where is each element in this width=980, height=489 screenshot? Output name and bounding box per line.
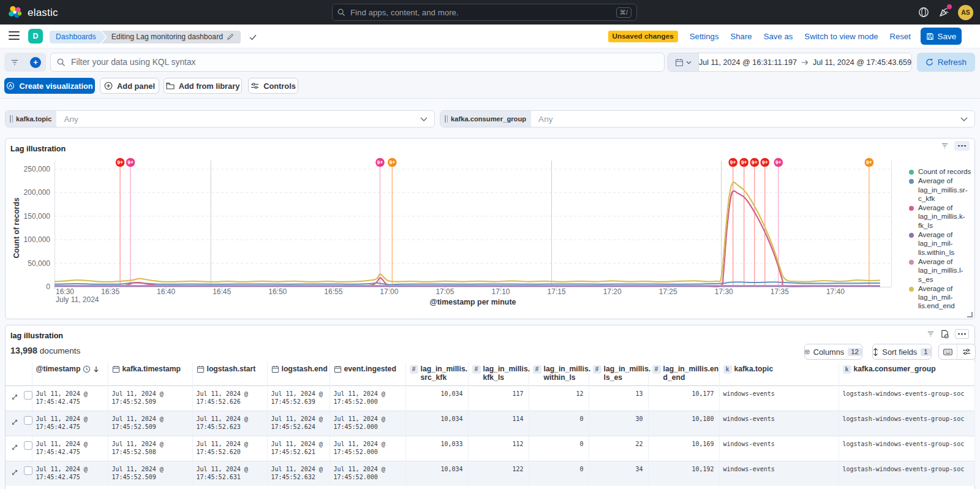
chevron-down-icon [686,61,692,64]
svg-text:9+: 9+ [762,159,768,165]
control-kafka-topic[interactable]: kafka.topic Any [5,110,435,127]
refresh-button[interactable]: Refresh [917,53,975,72]
panel-options-icon[interactable] [955,329,969,339]
breadcrumb-current[interactable]: Editing Lag monitoring dashboard [102,31,241,44]
search-shortcut-hint: ⌘/ [616,7,631,18]
settings-link[interactable]: Settings [690,32,719,41]
cell-kafka-topic: windows-events [719,385,839,411]
add-filter-button[interactable]: + [25,53,46,72]
menu-icon[interactable] [9,31,20,40]
series-line [55,282,880,284]
filter-menu-icon[interactable] [4,53,25,72]
legend-item[interactable]: Average of lag_in_mil- lis.end_end [909,284,975,311]
create-visualization-button[interactable]: Create visualization [4,78,95,94]
row-checkbox[interactable] [24,441,32,450]
column-header-timestamp[interactable]: @timestamp [32,362,108,385]
expand-row-icon[interactable] [11,419,18,426]
column-header-kafka-timestamp[interactable]: kafka.timestamp [108,362,192,385]
elastic-logo[interactable]: elastic [7,5,58,20]
column-header-kafka-topic[interactable]: kkafka.topic [719,362,839,385]
cell-logstash-end: Jul 11, 2024 @ 17:45:52.624 [267,411,330,436]
save-icon [926,32,934,40]
row-checkbox[interactable] [24,391,32,400]
legend-item[interactable]: Average of lag_in_mil- lis.within_ls [909,230,975,257]
global-search-placeholder: Find apps, content, and more. [350,8,616,17]
column-header-lag-ls-es[interactable]: #lag_in_millis. ls_es [589,362,648,385]
cell-kafka-timestamp: Jul 11, 2024 @ 17:45:52.509 [108,385,192,411]
date-start[interactable]: Jul 11, 2024 @ 16:31:11.197 [699,58,797,67]
arrow-right-icon [801,59,809,66]
svg-text:9+: 9+ [752,159,758,165]
global-header: elastic Find apps, content, and more. ⌘/… [0,0,980,25]
column-header-lag-src-kfk[interactable]: #lag_in_millis. src_kfk [405,362,468,385]
table-row: Jul 11, 2024 @ 17:45:42.475Jul 11, 2024 … [6,436,974,461]
x-tick-label: 17:35 [771,287,789,296]
lag-line-chart[interactable]: 050,000100,000150,000200,000250,00016:30… [0,138,980,319]
display-options-icon[interactable] [957,344,975,359]
user-avatar[interactable]: AS [958,5,973,20]
expand-row-icon[interactable] [11,469,18,476]
number-field-icon: # [533,365,541,374]
expand-row-icon[interactable] [11,393,18,401]
number-field-icon: # [472,365,481,374]
cell-lag-kfk-ls: 114 [468,411,529,436]
column-header-logstash-start[interactable]: logstash.start [192,362,267,385]
svg-text:9+: 9+ [389,159,395,165]
save-as-link[interactable]: Save as [764,32,793,41]
controls-button[interactable]: Controls [248,78,298,94]
keyboard-shortcuts-icon[interactable] [939,344,957,359]
cell-event-ingested: Jul 11, 2024 @ 17:45:52.000 [330,461,405,486]
date-quick-select[interactable] [668,53,699,71]
date-end[interactable]: Jul 11, 2024 @ 17:45:43.659 [813,58,911,67]
sort-fields-button[interactable]: Sort fields 1 [872,344,932,360]
legend-item[interactable]: Average of lag_in_millis.sr- c_kfk [909,176,975,203]
switch-view-mode-link[interactable]: Switch to view mode [804,32,878,41]
column-header-lag-kfk-ls[interactable]: #lag_in_millis. kfk_ls [468,362,529,385]
column-header-event-ingested[interactable]: event.ingested [330,362,405,385]
drag-handle-icon [10,115,13,123]
news-icon[interactable] [938,6,950,18]
saved-search-icon[interactable] [940,330,949,339]
check-icon[interactable] [249,33,257,42]
cell-lag-within-ls: 0 [529,411,589,436]
expand-row-icon[interactable] [11,444,18,451]
save-button[interactable]: Save [921,28,962,45]
x-axis-title: @timestamp per minute [430,298,516,306]
row-checkbox[interactable] [24,416,32,425]
kql-search-input[interactable]: Filter your data using KQL syntax [50,53,665,72]
guided-setup-icon[interactable] [918,6,930,18]
column-header-lag-within-ls[interactable]: #lag_in_millis. within_ls [529,362,589,385]
cell-lag-within-ls: 0 [529,461,589,486]
control-kafka-topic-label[interactable]: kafka.topic [6,111,56,127]
table-row: Jul 11, 2024 @ 17:45:42.475Jul 11, 2024 … [6,461,974,486]
clock-icon [83,365,91,373]
column-header-lag-end-end[interactable]: #lag_in_millis.en d_end [648,362,719,385]
reset-link[interactable]: Reset [890,32,911,41]
control-kafka-consumer-group[interactable]: kafka.consumer_group Any [440,110,975,127]
cell-kafka-consumer-group: logstash-windows-events-group-soc [839,385,974,411]
breadcrumb-dashboards[interactable]: Dashboards [50,31,106,44]
legend-item[interactable]: Average of lag_in_millis.k- fk_ls [909,203,975,230]
kql-placeholder: Filter your data using KQL syntax [71,58,195,67]
space-avatar[interactable]: D [28,29,43,44]
add-from-library-button[interactable]: Add from library [164,78,242,94]
x-tick-label: 17:15 [548,287,566,296]
add-panel-button[interactable]: Add panel [100,78,159,94]
cell-kafka-consumer-group: logstash-windows-events-group-soc [839,411,974,436]
unsaved-changes-badge: Unsaved changes [608,31,678,42]
cell-lag-ls-es: 13 [589,385,648,411]
cell-kafka-topic: windows-events [719,436,839,461]
x-tick-label: 16:55 [324,287,342,296]
panel-filter-icon[interactable] [927,330,935,338]
column-header-kafka-consumer-group[interactable]: kkafka.consumer_group [839,362,974,385]
legend-item[interactable]: Average of lag_in_millis.l- s_es [909,257,975,284]
columns-button[interactable]: Columns 12 [804,344,862,360]
share-link[interactable]: Share [730,32,752,41]
row-checkbox[interactable] [24,466,32,475]
global-search-input[interactable]: Find apps, content, and more. ⌘/ [332,4,637,21]
column-header-logstash-end[interactable]: logstash.end [267,362,330,385]
control-kafka-consumer-group-label[interactable]: kafka.consumer_group [440,111,531,127]
legend-item[interactable]: Count of records [909,167,975,176]
svg-text:9+: 9+ [377,159,383,165]
cell-lag-ls-es: 30 [589,411,648,436]
